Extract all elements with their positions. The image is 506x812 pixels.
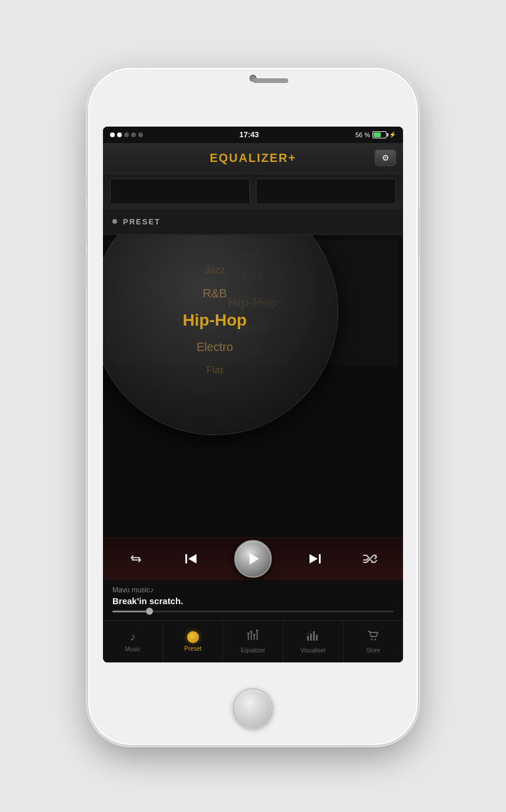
prev-button[interactable]	[180, 547, 204, 571]
settings-button[interactable]: ⚙	[375, 150, 396, 166]
svg-rect-12	[307, 636, 309, 641]
status-time: 17:43	[239, 130, 259, 139]
battery-icon	[372, 131, 387, 138]
svg-point-9	[250, 631, 252, 633]
visualiser-tab-icon	[307, 629, 319, 645]
svg-point-19	[375, 639, 377, 641]
signal-dot-1	[110, 132, 115, 137]
preset-item-electro[interactable]: Electro	[108, 316, 398, 340]
preset-item-jazz[interactable]: Jazz	[108, 243, 398, 265]
speaker-grille-right	[256, 178, 396, 204]
tab-store[interactable]: Store	[344, 621, 403, 662]
visualiser-tab-label: Visualiser	[301, 647, 326, 654]
svg-rect-17	[310, 631, 312, 632]
svg-point-10	[253, 634, 255, 636]
progress-thumb	[146, 608, 153, 615]
progress-fill	[112, 611, 146, 612]
content-area: Jazz R&B Hip-Hop Electro Flat Jazz R&B H…	[103, 235, 403, 538]
repeat-icon	[129, 552, 143, 566]
charging-icon: ⚡	[389, 131, 396, 138]
app-title-plus: +	[288, 151, 297, 164]
preset-tab-label: Preset	[184, 645, 201, 652]
svg-rect-0	[185, 554, 187, 564]
speaker-area	[103, 174, 403, 209]
power-button[interactable]	[418, 209, 421, 256]
preset-item-rnb[interactable]: R&B	[108, 265, 398, 289]
play-button[interactable]	[234, 540, 272, 578]
track-title: Break'in scratch.	[112, 596, 394, 606]
player-controls	[103, 538, 403, 580]
preset-dot-indicator	[112, 219, 117, 224]
equalizer-tab-label: Equalizer	[241, 647, 265, 654]
mute-button[interactable]	[85, 174, 88, 197]
preset-tab-icon	[187, 631, 199, 643]
screen: 17:43 56 % ⚡ EQUALiZER+ ⚙	[103, 127, 403, 662]
svg-rect-13	[310, 634, 312, 641]
app-screen: 17:43 56 % ⚡ EQUALiZER+ ⚙	[103, 127, 403, 662]
tab-music[interactable]: ♪ Music	[103, 621, 163, 662]
svg-rect-14	[313, 631, 315, 641]
music-tab-label: Music	[125, 646, 141, 652]
svg-point-8	[247, 632, 249, 635]
signal-dot-2	[117, 132, 122, 137]
phone-shell: 17:43 56 % ⚡ EQUALiZER+ ⚙	[88, 68, 418, 745]
next-button[interactable]	[302, 547, 326, 571]
prev-icon	[184, 551, 200, 567]
signal-dot-3	[124, 132, 129, 137]
app-header: EQUALiZER+ ⚙	[103, 143, 403, 174]
preset-item-flat[interactable]: Flat	[108, 340, 398, 362]
store-tab-icon	[367, 629, 380, 645]
svg-rect-15	[316, 635, 318, 641]
preset-list-overlay: Jazz R&B Hip-Hop Electro Flat	[108, 240, 398, 366]
preset-header-row: PRESET	[103, 209, 403, 235]
repeat-button[interactable]	[123, 546, 149, 572]
svg-rect-2	[319, 554, 321, 564]
music-tab-icon: ♪	[130, 630, 136, 644]
volume-up-button[interactable]	[85, 209, 88, 244]
home-button[interactable]	[233, 688, 273, 728]
tab-preset[interactable]: Preset	[163, 621, 223, 662]
battery-percent: 56 %	[355, 131, 370, 138]
signal-dot-5	[138, 132, 143, 137]
shuffle-button[interactable]	[357, 546, 383, 572]
tab-bar: ♪ Music Preset	[103, 620, 403, 662]
svg-point-11	[256, 629, 258, 632]
volume-down-button[interactable]	[85, 253, 88, 289]
signal-dots	[110, 132, 143, 137]
equalizer-tab-icon	[247, 629, 259, 645]
svg-marker-1	[188, 554, 197, 564]
battery-fill	[374, 132, 381, 137]
shuffle-icon	[362, 552, 378, 566]
progress-bar[interactable]	[112, 611, 394, 612]
preset-header-label: PRESET	[123, 217, 161, 226]
status-right: 56 % ⚡	[355, 131, 396, 138]
preset-item-hiphop[interactable]: Hip-Hop	[108, 289, 398, 316]
signal-dot-4	[131, 132, 136, 137]
store-tab-label: Store	[366, 647, 380, 654]
settings-icon: ⚙	[382, 153, 390, 163]
track-info: Mavu music♪ Break'in scratch.	[103, 580, 403, 620]
tab-visualiser[interactable]: Visualiser	[284, 621, 344, 662]
content-box: Jazz R&B Hip-Hop Electro Flat	[108, 240, 398, 366]
play-icon	[249, 553, 259, 565]
speaker-grille-left	[110, 178, 250, 204]
app-title-text: EQUALiZER	[209, 151, 288, 164]
svg-point-18	[371, 639, 373, 641]
tab-equalizer[interactable]: Equalizer	[223, 621, 283, 662]
status-bar: 17:43 56 % ⚡	[103, 127, 403, 143]
next-icon	[306, 551, 322, 567]
svg-rect-16	[307, 632, 309, 635]
svg-marker-3	[309, 554, 318, 564]
track-artist: Mavu music♪	[112, 586, 394, 594]
app-title: EQUALiZER+	[209, 151, 296, 165]
